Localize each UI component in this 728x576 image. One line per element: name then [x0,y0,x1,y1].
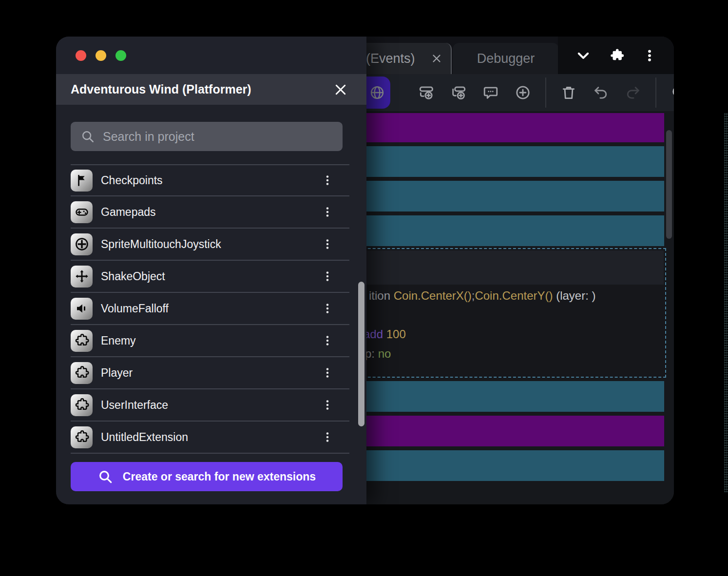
extension-list: CheckpointsGamepadsSpriteMultitouchJoyst… [56,164,366,454]
tab-events-label: (Events) [366,51,415,66]
search-input[interactable] [103,122,343,151]
extension-item-label: UntitledExtension [101,431,320,444]
undo-icon[interactable] [591,83,611,102]
joystick-icon [71,233,93,255]
search-icon[interactable] [669,83,674,102]
item-menu-button[interactable] [320,238,335,250]
search-icon [97,469,113,484]
event-conditions-area[interactable] [351,250,664,285]
tab-debugger-label: Debugger [477,51,535,66]
chevron-down-icon[interactable] [575,47,592,64]
item-menu-button[interactable] [320,431,335,443]
event-row-teal[interactable] [348,450,664,481]
search-icon [80,129,95,144]
redo-icon [623,83,643,102]
item-menu-button[interactable] [320,334,335,347]
project-search [71,122,343,151]
event-action-text[interactable]: add 100 [364,327,406,341]
puzzle-outline-icon [71,394,93,416]
puzzle-icon[interactable] [609,47,625,64]
globe-icon [369,84,385,101]
extension-item[interactable]: VolumeFalloff [71,293,349,325]
close-panel-icon[interactable] [333,82,348,97]
project-manager-panel: Adventurous Wind (Platformer) Checkpoint… [56,37,366,504]
extension-item[interactable]: Player [71,357,349,389]
panel-scrollbar-thumb[interactable] [358,282,364,426]
tab-debugger[interactable]: Debugger [453,43,559,74]
selected-event[interactable]: ition Coin.CenterX();Coin.CenterY() (lay… [348,248,666,378]
event-row-purple[interactable] [348,113,664,142]
close-tab-icon[interactable] [430,52,443,65]
item-menu-button[interactable] [320,302,335,315]
extension-item-label: Enemy [101,334,320,347]
extension-item[interactable]: ShakeObject [71,261,349,293]
extension-item-label: UserInterface [101,399,320,412]
extension-item[interactable]: Checkpoints [71,164,349,196]
event-row-teal[interactable] [348,146,664,177]
item-menu-button[interactable] [320,206,335,218]
create-extension-button[interactable]: Create or search for new extensions [71,462,343,491]
event-action-text[interactable]: ition Coin.CenterX();Coin.CenterY() (lay… [369,289,596,303]
project-manager-header: Adventurous Wind (Platformer) [56,74,366,105]
event-action-text[interactable]: p: no [365,347,391,361]
extension-item-label: Gamepads [101,206,320,219]
item-menu-button[interactable] [320,270,335,283]
delete-icon[interactable] [559,83,578,102]
create-extension-label: Create or search for new extensions [123,470,316,483]
puzzle-outline-icon [71,362,93,384]
event-row-teal[interactable] [348,381,664,412]
kebab-menu-icon[interactable] [642,47,657,64]
flag-icon [71,170,93,192]
minimize-window-button[interactable] [96,50,106,61]
event-row-teal[interactable] [348,215,664,246]
item-menu-button[interactable] [320,366,335,379]
add-comment-icon[interactable] [481,83,500,102]
extension-item-label: Checkpoints [101,174,320,187]
events-scrollbar-thumb[interactable] [666,130,672,239]
extension-item[interactable]: UntitledExtension [71,422,349,454]
project-title: Adventurous Wind (Platformer) [71,82,251,96]
tab-events[interactable]: (Events) [359,43,452,74]
screen-edge-artifact [724,113,728,492]
desktop: (Events) Debugger [0,0,728,576]
extension-item-label: Player [101,366,320,380]
titlebar-actions [558,37,674,74]
toolbar-divider [655,77,656,108]
extension-item[interactable]: Enemy [71,325,349,357]
gdevelop-window: (Events) Debugger [56,37,674,504]
item-menu-button[interactable] [320,399,335,411]
item-menu-button[interactable] [320,174,335,187]
event-rows-bottom [348,381,664,481]
add-event-icon[interactable] [417,83,436,102]
extension-item[interactable]: UserInterface [71,389,349,422]
add-circle-icon[interactable] [513,83,533,102]
event-rows-top [348,113,664,246]
extension-item[interactable]: Gamepads [71,196,349,229]
close-window-button[interactable] [76,50,86,61]
puzzle-outline-icon [71,426,93,448]
move-arrows-icon [71,266,93,288]
toolbar-divider [545,77,546,108]
window-titlebar [56,37,366,74]
extension-item[interactable]: SpriteMultitouchJoystick [71,229,349,261]
zoom-window-button[interactable] [115,50,126,61]
add-subevent-icon[interactable] [449,83,468,102]
gamepad-icon [71,201,93,223]
event-row-teal[interactable] [348,181,664,211]
event-row-purple[interactable] [348,416,664,446]
speaker-icon [71,298,93,320]
toolbar-buttons [417,74,674,111]
extension-item-label: SpriteMultitouchJoystick [101,238,320,251]
extension-item-label: VolumeFalloff [101,302,320,315]
puzzle-outline-icon [71,330,93,352]
extension-item-label: ShakeObject [101,270,320,283]
